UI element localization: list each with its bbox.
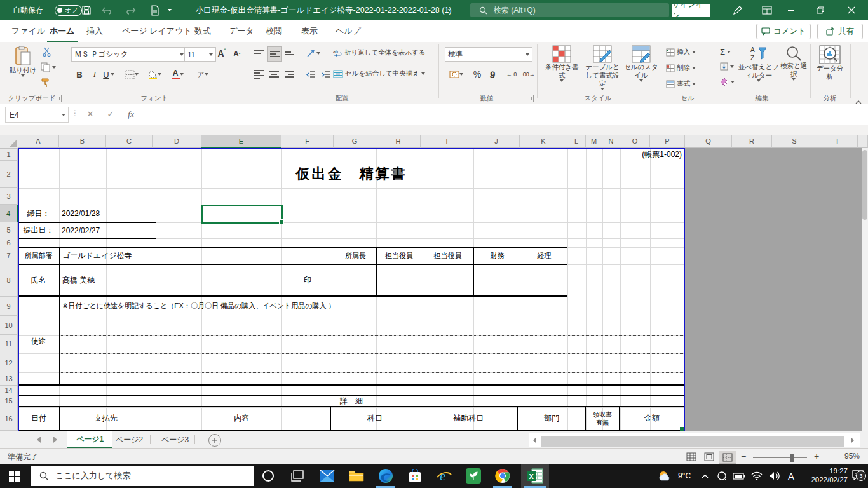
zoom-out-button[interactable]: − bbox=[741, 451, 746, 461]
increase-indent-button[interactable] bbox=[319, 67, 333, 81]
column-header-K[interactable]: K bbox=[520, 135, 567, 148]
column-header-F[interactable]: F bbox=[281, 135, 334, 148]
search-box[interactable]: 検索 (Alt+Q) bbox=[470, 3, 669, 17]
column-header-D[interactable]: D bbox=[153, 135, 201, 148]
taskbar-search-box[interactable]: ここに入力して検索 bbox=[31, 466, 254, 486]
enter-button[interactable]: ✓ bbox=[102, 107, 119, 121]
autosave-toggle[interactable]: オフ bbox=[51, 0, 82, 20]
scroll-right-icon[interactable] bbox=[851, 437, 854, 444]
tab-data[interactable]: データ bbox=[226, 20, 257, 41]
align-top-button[interactable] bbox=[252, 46, 266, 60]
align-bottom-button[interactable] bbox=[282, 46, 296, 60]
cortana-button[interactable] bbox=[254, 464, 282, 488]
row-header-16[interactable]: 16 bbox=[0, 407, 18, 431]
zoom-slider-thumb[interactable] bbox=[790, 454, 794, 462]
tab-formulas[interactable]: 数式 bbox=[192, 20, 214, 41]
zoom-in-button[interactable]: + bbox=[814, 451, 819, 461]
green-app-icon[interactable] bbox=[459, 464, 487, 488]
row-header-8[interactable]: 8 bbox=[0, 264, 18, 297]
sheet-tab-page2[interactable]: ページ2 bbox=[107, 431, 152, 448]
sheet-tab-page3[interactable]: ページ3 bbox=[153, 431, 198, 448]
column-header-I[interactable]: I bbox=[421, 135, 473, 148]
column-header-P[interactable]: P bbox=[650, 135, 685, 148]
row-header-11[interactable]: 11 bbox=[0, 335, 18, 353]
alignment-dialog-launcher[interactable] bbox=[428, 95, 435, 102]
start-button[interactable] bbox=[0, 464, 28, 488]
fill-color-button[interactable] bbox=[147, 67, 161, 81]
format-cells-button[interactable]: 書式 bbox=[666, 79, 696, 88]
column-header-Q[interactable]: Q bbox=[685, 135, 732, 148]
column-header-N[interactable]: N bbox=[602, 135, 620, 148]
clock[interactable]: 19:27 2022/02/27 bbox=[799, 464, 848, 488]
column-header-R[interactable]: R bbox=[732, 135, 772, 148]
align-left-button[interactable] bbox=[252, 67, 266, 81]
tab-help[interactable]: ヘルプ bbox=[333, 20, 363, 41]
align-middle-button[interactable] bbox=[267, 46, 282, 62]
share-button[interactable]: 共有 bbox=[817, 24, 863, 39]
wifi-icon[interactable] bbox=[749, 464, 765, 488]
column-header-E[interactable]: E bbox=[201, 135, 281, 148]
align-right-button[interactable] bbox=[282, 67, 296, 81]
delete-cells-button[interactable]: 削除 bbox=[666, 64, 696, 72]
ime-mode-indicator[interactable]: A bbox=[784, 464, 798, 488]
add-sheet-button[interactable] bbox=[208, 434, 221, 447]
battery-icon[interactable] bbox=[731, 464, 747, 488]
tab-view[interactable]: 表示 bbox=[299, 20, 320, 41]
increase-decimal-button[interactable]: ←.0 bbox=[503, 67, 520, 81]
conditional-formatting-button[interactable]: 条件付き書式 bbox=[542, 45, 581, 82]
normal-view-button[interactable] bbox=[683, 451, 700, 463]
redo-button[interactable] bbox=[126, 0, 137, 20]
page-break-preview-button[interactable] bbox=[719, 451, 736, 464]
tab-insert[interactable]: 挿入 bbox=[84, 20, 105, 41]
inking-button[interactable] bbox=[728, 0, 747, 20]
increase-font-button[interactable]: Aˆ bbox=[215, 46, 229, 60]
horizontal-scrollbar-thumb[interactable] bbox=[541, 436, 844, 447]
tab-review[interactable]: 校閲 bbox=[263, 20, 285, 41]
column-header-H[interactable]: H bbox=[376, 135, 421, 148]
meet-now-icon[interactable] bbox=[714, 464, 729, 488]
select-all-corner[interactable] bbox=[0, 135, 18, 149]
format-as-table-button[interactable]: テーブルとして書式設定 bbox=[583, 45, 622, 90]
row-header-3[interactable]: 3 bbox=[0, 188, 18, 205]
volume-icon[interactable] bbox=[766, 464, 783, 488]
page-break-border-right[interactable] bbox=[684, 148, 685, 431]
comments-button[interactable]: コメント bbox=[756, 24, 811, 39]
column-header-L[interactable]: L bbox=[567, 135, 586, 148]
accounting-format-button[interactable] bbox=[446, 67, 466, 81]
chrome-browser-icon[interactable] bbox=[489, 464, 517, 488]
column-header-C[interactable]: C bbox=[106, 135, 153, 148]
internet-explorer-icon[interactable]: e bbox=[430, 464, 458, 488]
row-header-15[interactable]: 15 bbox=[0, 395, 18, 407]
percent-style-button[interactable]: % bbox=[470, 67, 484, 81]
zoom-level[interactable]: 95% bbox=[829, 452, 860, 461]
microsoft-store-icon[interactable] bbox=[401, 464, 429, 488]
insert-cells-button[interactable]: 挿入 bbox=[666, 48, 696, 57]
cell-styles-button[interactable]: セルのスタイル bbox=[623, 45, 659, 82]
decrease-font-button[interactable]: Aˇ bbox=[230, 46, 244, 60]
font-size-select[interactable]: 11 bbox=[184, 47, 216, 62]
number-dialog-launcher[interactable] bbox=[527, 95, 534, 102]
bold-button[interactable]: B bbox=[72, 67, 86, 81]
worksheet-grid[interactable]: (帳票1-002) 仮出金 精算書 締日： 2022/01/28 提出日： 20… bbox=[0, 135, 868, 431]
row-header-5[interactable]: 5 bbox=[0, 222, 18, 238]
phonetic-button[interactable]: ア bbox=[196, 67, 210, 81]
number-format-select[interactable]: 標準 bbox=[445, 47, 532, 62]
task-view-button[interactable] bbox=[283, 464, 311, 488]
merge-center-button[interactable]: セルを結合して中央揃え bbox=[333, 69, 425, 78]
scroll-left-icon[interactable] bbox=[533, 437, 536, 444]
signin-button[interactable]: サインイン bbox=[672, 4, 710, 17]
tab-home[interactable]: ホーム bbox=[47, 20, 78, 43]
font-name-select[interactable]: ＭＳ Ｐゴシック bbox=[71, 47, 187, 62]
fill-handle[interactable] bbox=[279, 219, 284, 224]
row-header-12[interactable]: 12 bbox=[0, 353, 18, 372]
namebox-resize-handle[interactable]: ⋮ bbox=[71, 109, 79, 118]
paste-button[interactable]: 貼り付け bbox=[6, 46, 39, 77]
font-dialog-launcher[interactable] bbox=[236, 95, 243, 102]
undo-button[interactable] bbox=[100, 0, 112, 20]
column-header-A[interactable]: A bbox=[18, 135, 59, 148]
row-header-13[interactable]: 13 bbox=[0, 372, 18, 386]
row-header-2[interactable]: 2 bbox=[0, 161, 18, 188]
sheet-tab-page1[interactable]: ページ1 bbox=[67, 431, 112, 448]
save-button[interactable] bbox=[81, 0, 92, 20]
quick-access-doc-button[interactable] bbox=[151, 0, 159, 20]
